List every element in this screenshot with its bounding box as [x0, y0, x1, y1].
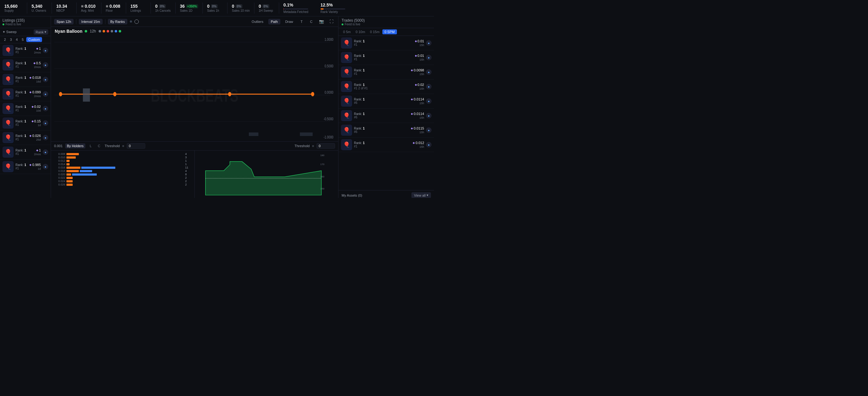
rank-btn-5[interactable]: 5: [20, 37, 25, 42]
nft-info: Rank: 1 #1: [16, 76, 28, 83]
nft-rank: Rank: 1: [16, 76, 28, 80]
right-sidebar: Trades (5000) Feed is live 0 5m0 10m0 15…: [338, 17, 434, 198]
trade-list-item[interactable]: 🎈 Rank: 1 #6 ◆ 0.0114 15h ●: [339, 94, 434, 109]
rank-btn-4[interactable]: 4: [14, 37, 19, 42]
user-icon[interactable]: ●: [43, 149, 48, 155]
trade-price-amount: 0.0115: [413, 126, 424, 130]
nft-list-item[interactable]: 🎈 Rank: 1 #1 ◆ 1 2mos ●: [0, 145, 51, 159]
user-icon[interactable]: ●: [43, 77, 48, 82]
right-title-area: Trades (5000) Feed is live: [342, 18, 365, 26]
draw-button[interactable]: Draw: [283, 19, 296, 24]
trade-user-icon[interactable]: ●: [426, 69, 432, 75]
user-icon[interactable]: ●: [43, 135, 48, 140]
nft-thumbnail: 🎈: [2, 88, 13, 99]
interval-button[interactable]: Interval 15m: [79, 19, 103, 24]
trade-user-icon[interactable]: ●: [426, 55, 432, 60]
trade-price-value: ◆ 0.01: [415, 39, 424, 43]
trade-list-item[interactable]: 🎈 Rank: 1 #1 ◆ 0.01 15h ●: [339, 51, 434, 65]
t-button[interactable]: T: [298, 19, 305, 24]
path-button[interactable]: Path: [268, 19, 280, 24]
legend-dots: [99, 30, 121, 32]
time-tabs[interactable]: 0 5m0 10m0 15m0 SPM: [339, 28, 434, 36]
svg-text:-1.0000: -1.0000: [323, 135, 333, 140]
outliers-button[interactable]: Outliers: [249, 19, 266, 24]
trade-list-item[interactable]: 🎈 Rank: 1 #1 2 of #1 ◆ 0.02 15h ●: [339, 80, 434, 94]
rank-btn-2[interactable]: 2: [2, 37, 7, 42]
trade-user-icon[interactable]: ●: [426, 142, 432, 148]
rank-btn-3[interactable]: 3: [8, 37, 13, 42]
by-holders-tab[interactable]: By Holders: [65, 144, 86, 148]
rank-dropdown[interactable]: Rank ▾: [34, 29, 48, 35]
trade-list-item[interactable]: 🎈 Rank: 1 #1 ◆ 0.01 15h ●: [339, 36, 434, 51]
nft-list-item[interactable]: 🎈 Rank: 1 #1 ◆ 0.02 10d ●: [0, 101, 51, 116]
time-tab-015m[interactable]: 0 15m: [368, 29, 382, 34]
trade-rank: Rank: 1: [354, 54, 413, 58]
nft-list-item[interactable]: 🎈 Rank: 1 #1 ◆ 0.985 1d ●: [0, 159, 51, 174]
eth-icon: ◆: [36, 47, 38, 50]
trade-rank: Rank: 1: [354, 141, 411, 145]
trade-list-item[interactable]: 🎈 Rank: 1 #6 ◆ 0.0114 15h ●: [339, 109, 434, 123]
rank-variety-value: 12.5%: [320, 2, 349, 7]
user-icon[interactable]: ●: [43, 120, 48, 126]
trade-sub: #1: [354, 43, 413, 47]
nft-age: 10d: [36, 109, 41, 112]
time-tab-0SPM[interactable]: 0 SPM: [382, 29, 397, 34]
user-icon[interactable]: ●: [43, 91, 48, 97]
trade-list-item[interactable]: 🎈 Rank: 1 #1 ◆ 0.0098 15h ●: [339, 65, 434, 80]
trade-user-icon[interactable]: ●: [426, 40, 432, 46]
nft-list-item[interactable]: 🎈 Rank: 1 #1 ◆ 0.15 1d ●: [0, 116, 51, 130]
user-icon[interactable]: ●: [43, 164, 48, 170]
toolbar-circle: [134, 20, 139, 24]
user-icon[interactable]: ●: [43, 48, 48, 53]
cancels-label: 1h Cancels: [155, 9, 170, 12]
stat-sales-10min: 0 0% Sales 10 min: [227, 2, 254, 13]
custom-button[interactable]: Custom: [26, 37, 42, 42]
live-indicator: Feed is live: [2, 23, 25, 26]
time-tab-010m[interactable]: 0 10m: [353, 29, 367, 34]
c-tab[interactable]: C: [96, 144, 102, 148]
user-icon[interactable]: ●: [43, 62, 48, 68]
l-tab[interactable]: L: [88, 144, 93, 148]
eth-icon: ◆: [29, 76, 32, 79]
cancels-pct: 0%: [159, 4, 166, 8]
rank-controls[interactable]: ✦ Sweep Rank ▾: [0, 28, 51, 36]
nft-list-item[interactable]: 🎈 Rank: 1 #1 ◆ 0.5 2mos ●: [0, 58, 51, 72]
hist-count: 1: [185, 159, 191, 162]
nft-list-item[interactable]: 🎈 Rank: 1 #1 ◆ 0.026 25d ●: [0, 130, 51, 145]
histogram-row: 0.022 2: [54, 176, 191, 179]
trade-user-icon[interactable]: ●: [426, 127, 432, 133]
eth-icon: ◆: [29, 91, 32, 94]
c-button[interactable]: C: [308, 19, 315, 24]
trade-user-icon[interactable]: ●: [426, 84, 432, 89]
right-live-indicator: Feed is live: [342, 23, 365, 26]
trade-eth-icon: ◆: [411, 112, 413, 115]
view-all-button[interactable]: View all ▾: [411, 192, 431, 198]
by-ranks-button[interactable]: By Ranks: [108, 19, 127, 24]
nft-list-item[interactable]: 🎈 Rank: 1 #1 ◆ 0.018 16d ●: [0, 72, 51, 87]
threshold-input[interactable]: [127, 143, 145, 149]
nft-rank: Rank: 1: [16, 120, 30, 123]
trade-list-item[interactable]: 🎈 Rank: 1 #1 ◆ 0.012 15h ●: [339, 138, 434, 152]
trade-user-icon[interactable]: ●: [426, 113, 432, 118]
nft-price: ◆ 0.099 2mos: [29, 90, 41, 98]
trade-price-value: ◆ 0.01: [415, 54, 424, 58]
nft-list-item[interactable]: 🎈 Rank: 1 #1 ◆ 0.099 2mos ●: [0, 87, 51, 101]
trade-price: ◆ 0.01 15h: [415, 39, 424, 47]
trade-thumbnail: 🎈: [341, 110, 352, 121]
trade-price-amount: 0.02: [417, 83, 424, 87]
camera-icon[interactable]: 📷: [317, 18, 326, 25]
time-tab-05m[interactable]: 0 5m: [341, 29, 353, 34]
rank-number-controls[interactable]: 2 3 4 5 Custom: [0, 36, 51, 43]
threshold2-input[interactable]: [316, 143, 335, 149]
span-button[interactable]: Span 12h: [54, 19, 73, 24]
nft-list-item[interactable]: 🎈 Rank: 1 #1 ◆ 1 2mos ●: [0, 43, 51, 58]
hist-bar-orange: [66, 166, 81, 169]
trade-list-item[interactable]: 🎈 Rank: 1 #6 ◆ 0.0115 15h ●: [339, 123, 434, 138]
user-icon[interactable]: ●: [43, 106, 48, 111]
trade-sub: #1: [354, 72, 409, 75]
hist-bars: [66, 156, 184, 159]
trade-user-icon[interactable]: ●: [426, 98, 432, 104]
expand-icon[interactable]: ⛶: [328, 18, 335, 25]
avg-mint-value: ≡ 0.010: [81, 4, 95, 9]
hist-count: 4: [185, 152, 191, 155]
